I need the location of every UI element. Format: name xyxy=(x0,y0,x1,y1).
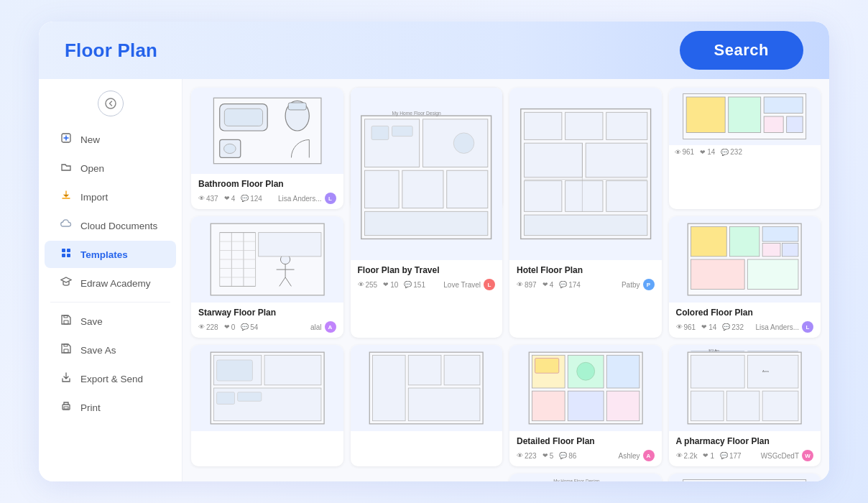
svg-rect-3 xyxy=(67,249,70,252)
svg-rect-38 xyxy=(686,97,725,133)
svg-rect-32 xyxy=(565,181,602,212)
svg-text:$72-Am: $72-Am xyxy=(708,349,719,351)
card-hotel-meta: 👁 897 ❤ 4 💬 174 Patby P xyxy=(517,279,655,290)
stat-comments: 💬 86 xyxy=(559,452,576,460)
sidebar-item-save-label: Save xyxy=(80,316,103,327)
svg-rect-50 xyxy=(365,211,488,235)
svg-rect-76 xyxy=(762,244,780,257)
svg-rect-91 xyxy=(408,388,480,421)
open-icon xyxy=(59,161,73,175)
sidebar-item-save[interactable]: Save xyxy=(45,308,176,335)
print-icon xyxy=(59,400,73,415)
sidebar-item-open-label: Open xyxy=(80,163,104,174)
sidebar-item-cloud[interactable]: Cloud Documents xyxy=(45,212,176,239)
sidebar-item-academy-label: Edraw Academy xyxy=(80,278,151,289)
back-button[interactable] xyxy=(98,91,124,116)
svg-rect-42 xyxy=(787,116,803,133)
sidebar-item-saveas[interactable]: Save As xyxy=(45,336,176,364)
card-detailed-author: Ashley A xyxy=(618,450,654,461)
sidebar-item-export[interactable]: Export & Send xyxy=(45,365,176,392)
card-bathroom[interactable]: Bathroom Floor Plan 👁 437 ❤ 4 💬 124 Lisa… xyxy=(191,88,343,209)
card-pharmacy-author: WSGcDedT W xyxy=(761,450,813,461)
export-icon xyxy=(59,372,73,386)
card-pharmacy[interactable]: $72-Am Area A pharmacy Floor Plan 👁 2.2k… xyxy=(669,345,821,466)
search-button[interactable]: Search xyxy=(680,31,803,70)
card-bottomright[interactable] xyxy=(669,474,821,481)
svg-rect-99 xyxy=(535,358,558,373)
card-detailed-meta: 👁 223 ❤ 5 💬 86 Ashley A xyxy=(517,450,655,461)
sidebar-item-print[interactable]: Print xyxy=(45,394,176,421)
card-hotel-info: Hotel Floor Plan 👁 897 ❤ 4 💬 174 Patby P xyxy=(509,260,662,295)
svg-rect-95 xyxy=(606,355,640,388)
card-generic1[interactable] xyxy=(191,345,343,466)
card-colored-top[interactable]: 👁 961 ❤ 14 💬 232 xyxy=(669,88,821,209)
card-stairway[interactable]: Starway Floor Plan 👁 228 ❤ 0 💬 54 alal A xyxy=(191,216,343,338)
stat-views: 👁 897 xyxy=(517,281,537,289)
card-generic1-info xyxy=(191,431,343,441)
svg-rect-47 xyxy=(365,170,400,208)
svg-rect-27 xyxy=(565,112,602,139)
svg-text:Area: Area xyxy=(762,369,769,373)
svg-rect-79 xyxy=(747,259,798,290)
svg-point-0 xyxy=(106,98,116,109)
card-detailed-stats: 👁 223 ❤ 5 💬 86 xyxy=(517,452,576,460)
sidebar-item-import[interactable]: Import xyxy=(45,183,176,211)
svg-rect-48 xyxy=(402,170,443,208)
author-avatar: L xyxy=(325,193,336,204)
card-travel-info: Floor Plan by Travel 👁 255 ❤ 10 💬 151 Lo… xyxy=(351,260,503,295)
card-stairway-meta: 👁 228 ❤ 0 💬 54 alal A xyxy=(198,321,336,333)
card-detailed-image xyxy=(509,345,662,431)
sidebar-item-templates[interactable]: Templates xyxy=(45,241,176,268)
stat-views: 👁 961 xyxy=(676,323,696,331)
svg-rect-29 xyxy=(524,143,582,177)
card-generic1-image xyxy=(191,345,343,431)
stat-views: 👁 961 xyxy=(675,148,695,156)
card-colored-stats: 👁 961 ❤ 14 💬 232 xyxy=(676,323,744,331)
card-hotel[interactable]: Hotel Floor Plan 👁 897 ❤ 4 💬 174 Patby P xyxy=(509,88,662,338)
svg-rect-2 xyxy=(62,249,65,252)
svg-rect-82 xyxy=(264,355,321,385)
svg-rect-78 xyxy=(691,259,744,290)
svg-rect-73 xyxy=(691,226,726,257)
card-colored-top-info: 👁 961 ❤ 14 💬 232 xyxy=(669,145,821,159)
svg-rect-52 xyxy=(392,126,413,136)
stat-comments: 💬 177 xyxy=(720,452,742,460)
sidebar-item-templates-label: Templates xyxy=(80,249,128,260)
app-container: Floor Plan Search New Open xyxy=(39,22,829,481)
page-title: Floor Plan xyxy=(65,40,157,62)
svg-rect-49 xyxy=(447,170,488,208)
author-avatar: P xyxy=(643,279,655,290)
card-colored[interactable]: Colored Floor Plan 👁 961 ❤ 14 💬 232 Lisa… xyxy=(669,216,821,338)
card-travel-stats: 👁 255 ❤ 10 💬 151 xyxy=(358,281,426,289)
card-detailed[interactable]: Detailed Floor Plan 👁 223 ❤ 5 💬 86 Ashle… xyxy=(509,345,662,466)
card-stairway-info: Starway Floor Plan 👁 228 ❤ 0 💬 54 alal A xyxy=(191,303,343,338)
sidebar-item-academy[interactable]: Edraw Academy xyxy=(45,269,176,297)
card-myhome-bottom[interactable]: My Home Floor Design xyxy=(509,474,662,481)
stat-views: 👁 2.2k xyxy=(676,452,698,460)
stat-likes: ❤ 0 xyxy=(224,323,236,331)
card-travel[interactable]: My Home Floor Design xyxy=(351,88,503,338)
stat-comments: 💬 232 xyxy=(722,323,744,331)
sidebar-item-open[interactable]: Open xyxy=(45,154,176,182)
sidebar-item-new[interactable]: New xyxy=(45,126,176,153)
stat-likes: ❤ 1 xyxy=(703,452,714,460)
template-grid: Bathroom Floor Plan 👁 437 ❤ 4 💬 124 Lisa… xyxy=(191,88,821,481)
svg-rect-117 xyxy=(683,480,806,482)
svg-rect-8 xyxy=(64,349,68,353)
card-colored-top-meta: 👁 961 ❤ 14 💬 232 xyxy=(675,148,816,156)
card-bathroom-title: Bathroom Floor Plan xyxy=(198,179,336,189)
svg-rect-26 xyxy=(524,112,561,139)
author-avatar: L xyxy=(484,279,495,290)
card-colored-top-image xyxy=(669,88,821,145)
card-bathroom-image xyxy=(191,88,343,174)
author-avatar: A xyxy=(643,450,655,461)
svg-rect-86 xyxy=(216,360,252,381)
card-travel-bottom[interactable] xyxy=(351,345,503,466)
stat-likes: ❤ 4 xyxy=(224,195,236,203)
import-icon xyxy=(59,190,73,204)
svg-rect-41 xyxy=(764,116,783,133)
svg-rect-28 xyxy=(606,112,647,139)
sidebar-item-cloud-label: Cloud Documents xyxy=(80,221,157,231)
cloud-icon xyxy=(59,218,73,233)
svg-rect-31 xyxy=(524,181,561,212)
